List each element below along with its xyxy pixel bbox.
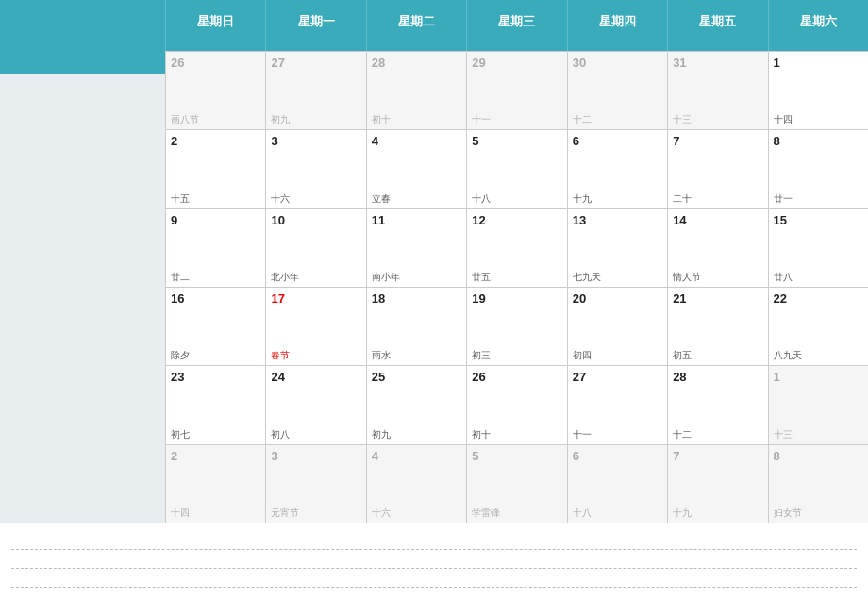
day-number: 4 <box>372 134 461 149</box>
day-number: 11 <box>372 213 461 228</box>
calendar-grid: 26画八节27初九28初十29十一30十二31十三1十四2十五3十六4立春5十八… <box>165 51 868 523</box>
day-number: 8 <box>774 134 863 149</box>
day-cell: 5十八 <box>466 130 566 207</box>
day-note: 妇女节 <box>774 504 863 519</box>
day-note: 十八 <box>573 504 662 519</box>
day-cell: 22八九天 <box>768 288 868 365</box>
weekday-header-5: 星期五 <box>667 0 767 51</box>
year-header <box>0 0 165 51</box>
day-cell: 4立春 <box>366 130 466 207</box>
day-cell: 14情人节 <box>667 209 767 287</box>
calendar-top: 星期日星期一星期二星期三星期四星期五星期六 <box>0 0 868 51</box>
day-note: 雨水 <box>372 346 461 361</box>
day-cell: 16除夕 <box>165 288 265 365</box>
day-number: 6 <box>573 134 662 149</box>
day-cell: 27十一 <box>567 366 667 443</box>
day-note: 除夕 <box>171 346 260 361</box>
day-number: 28 <box>372 56 461 71</box>
day-number: 12 <box>472 213 561 228</box>
week-row-3: 16除夕17春节18雨水19初三20初四21初五22八九天 <box>165 287 868 365</box>
day-number: 30 <box>573 56 662 71</box>
day-note: 十二 <box>573 110 662 125</box>
day-note: 初五 <box>673 346 762 361</box>
weekday-header-0: 星期日 <box>165 0 265 51</box>
day-note: 廿二 <box>171 268 260 283</box>
day-cell: 27初九 <box>265 52 365 129</box>
day-number: 9 <box>171 213 260 228</box>
day-cell: 11南小年 <box>366 209 466 287</box>
day-cell: 26初十 <box>466 366 566 443</box>
weekday-header-1: 星期一 <box>265 0 365 51</box>
day-cell: 9廿二 <box>165 209 265 287</box>
day-note: 十二 <box>673 425 762 440</box>
day-cell: 30十二 <box>567 52 667 129</box>
day-note: 十三 <box>774 425 863 440</box>
day-note: 十六 <box>271 190 360 205</box>
day-number: 8 <box>774 449 863 464</box>
day-number: 19 <box>472 291 561 307</box>
note-line-3 <box>11 573 857 588</box>
day-cell: 3元宵节 <box>265 445 365 523</box>
day-cell: 1十三 <box>768 366 868 443</box>
week-row-4: 23初七24初八25初九26初十27十一28十二1十三 <box>165 365 868 443</box>
day-number: 26 <box>472 370 561 385</box>
week-row-0: 26画八节27初九28初十29十一30十二31十三1十四 <box>165 51 868 129</box>
day-cell: 8妇女节 <box>768 445 868 523</box>
day-note: 十四 <box>774 110 863 125</box>
weekday-header-2: 星期二 <box>366 0 466 51</box>
calendar-body: 26画八节27初九28初十29十一30十二31十三1十四2十五3十六4立春5十八… <box>0 51 868 523</box>
weekday-headers: 星期日星期一星期二星期三星期四星期五星期六 <box>165 0 868 51</box>
day-note: 初九 <box>372 425 461 440</box>
day-note: 十五 <box>171 190 260 205</box>
day-cell: 2十五 <box>165 130 265 207</box>
day-cell: 24初八 <box>265 366 365 443</box>
day-note: 初三 <box>472 346 561 361</box>
day-note: 十一 <box>573 425 662 440</box>
note-line-4 <box>11 591 857 606</box>
day-cell: 6十八 <box>567 445 667 523</box>
day-number: 26 <box>171 56 260 71</box>
day-note: 情人节 <box>673 268 762 283</box>
day-cell: 6十九 <box>567 130 667 207</box>
day-note: 初八 <box>271 425 360 440</box>
day-cell: 10北小年 <box>265 209 365 287</box>
day-number: 17 <box>271 291 360 307</box>
day-cell: 28初十 <box>366 52 466 129</box>
day-note: 七九天 <box>573 268 662 283</box>
day-number: 28 <box>673 370 762 385</box>
day-note: 十九 <box>573 190 662 205</box>
day-cell: 7十九 <box>667 445 767 523</box>
day-number: 20 <box>573 291 662 307</box>
day-number: 1 <box>774 56 863 71</box>
day-note: 元宵节 <box>271 504 360 519</box>
day-number: 3 <box>271 134 360 149</box>
day-note: 学雷锋 <box>472 504 561 519</box>
day-number: 4 <box>372 449 461 464</box>
week-row-2: 9廿二10北小年11南小年12廿五13七九天14情人节15廿八 <box>165 208 868 287</box>
day-note: 春节 <box>271 346 360 361</box>
day-number: 7 <box>673 449 762 464</box>
day-note: 初七 <box>171 425 260 440</box>
note-line-2 <box>11 554 857 569</box>
week-row-1: 2十五3十六4立春5十八6十九7二十8廿一 <box>165 129 868 207</box>
day-cell: 18雨水 <box>366 288 466 365</box>
day-cell: 15廿八 <box>768 209 868 287</box>
day-number: 14 <box>673 213 762 228</box>
calendar-wrapper: 星期日星期一星期二星期三星期四星期五星期六 26画八节27初九28初十29十一3… <box>0 0 868 614</box>
day-note: 十八 <box>472 190 561 205</box>
day-number: 29 <box>472 56 561 71</box>
day-cell: 5学雷锋 <box>466 445 566 523</box>
week-row-5: 2十四3元宵节4十六5学雷锋6十八7十九8妇女节 <box>165 444 868 523</box>
day-note: 十六 <box>372 504 461 519</box>
day-cell: 19初三 <box>466 288 566 365</box>
weekday-header-3: 星期三 <box>466 0 566 51</box>
day-cell: 17春节 <box>265 288 365 365</box>
day-number: 2 <box>171 449 260 464</box>
notes-area <box>0 523 868 614</box>
day-cell: 7二十 <box>667 130 767 207</box>
day-number: 21 <box>673 291 762 307</box>
day-cell: 12廿五 <box>466 209 566 287</box>
day-cell: 13七九天 <box>567 209 667 287</box>
day-number: 15 <box>774 213 863 228</box>
day-number: 25 <box>372 370 461 385</box>
